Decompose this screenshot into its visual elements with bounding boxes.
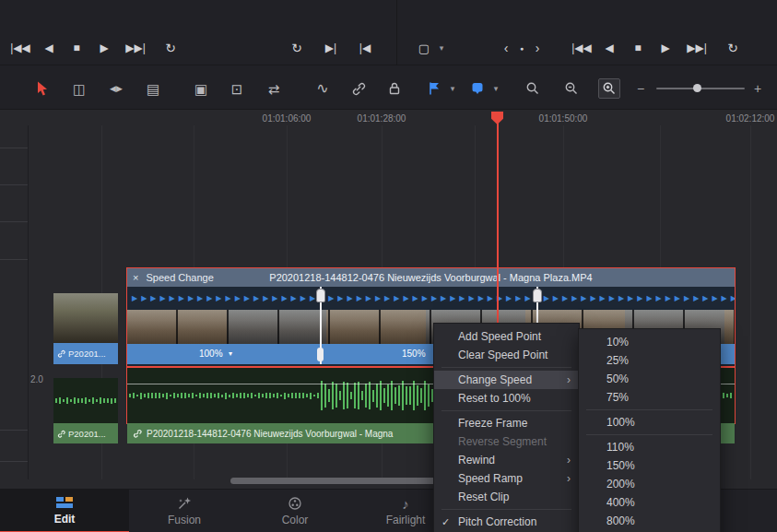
submenu-item-150[interactable]: 150% <box>579 456 720 475</box>
menu-item-label: Change Speed <box>458 373 532 386</box>
crop-dropdown-caret[interactable]: ▾ <box>440 44 444 53</box>
track-header-column[interactable] <box>0 125 29 479</box>
submenu-item-25[interactable]: 25% <box>579 351 720 370</box>
marker-button[interactable] <box>471 82 484 96</box>
stop-button[interactable]: ■ <box>73 42 79 53</box>
magnifier-icon <box>564 81 579 96</box>
marker-dropdown-caret[interactable]: ▾ <box>494 85 499 93</box>
trim-edit-mode-button[interactable]: ◫ <box>73 82 86 96</box>
tab-label: Color <box>282 514 309 526</box>
timeline-ruler[interactable]: 01:01:06:00 01:01:28:00 01:01:50:00 01:0… <box>0 109 777 126</box>
menu-item-pitch-correction[interactable]: ✓ Pitch Correction <box>434 513 579 531</box>
timeline-play-button[interactable]: ▶ <box>661 42 669 53</box>
menu-item-speed-ramp[interactable]: Speed Ramp › <box>434 469 579 488</box>
custom-zoom-button[interactable] <box>598 78 620 99</box>
menu-separator <box>441 509 571 510</box>
skip-to-end-button[interactable]: ▶▶| <box>125 42 146 53</box>
flag-dropdown-caret[interactable]: ▾ <box>451 85 455 93</box>
speed-segment-right-value[interactable]: 150% <box>402 344 426 364</box>
timeline-play-reverse-button[interactable]: ◀ <box>605 42 613 53</box>
menu-item-clear-speed-point[interactable]: Clear Speed Point <box>434 346 579 364</box>
speed-change-title-bar: P20201218-144812-0476 Nieuwezijds Voorbu… <box>127 268 735 287</box>
link-clips-button[interactable] <box>351 81 366 96</box>
detail-zoom-button[interactable] <box>564 81 579 96</box>
speed-segment-left-value[interactable]: 100% <box>199 344 223 364</box>
magnifier-icon <box>602 81 617 96</box>
timeline-skip-to-start-button[interactable]: |◀◀ <box>571 42 592 53</box>
edit-page-icon <box>56 497 73 508</box>
submenu-item-50[interactable]: 50% <box>579 370 720 388</box>
submenu-item-100[interactable]: 100% <box>579 413 720 432</box>
fusion-wand-icon <box>177 496 192 511</box>
menu-item-reset-to-100[interactable]: Reset to 100% <box>434 389 579 408</box>
timeline-skip-to-end-button[interactable]: ▶▶| <box>687 42 707 53</box>
speed-dropdown-caret[interactable]: ▾ <box>229 344 232 364</box>
flag-button[interactable] <box>428 82 441 96</box>
play-reverse-button[interactable]: ◀ <box>44 42 53 53</box>
davinci-resolve-edit-page: |◀◀ ◀ ■ ▶ ▶▶| ↻ ↻ ▶| |◀ ▢ ▾ ‹ ● › |◀◀ ◀ … <box>0 0 777 532</box>
tab-edit[interactable]: Edit <box>0 490 129 532</box>
submenu-item-200[interactable]: 200% <box>579 475 720 493</box>
selection-mode-button[interactable] <box>35 81 48 97</box>
video-clip-previous[interactable]: P20201... <box>53 293 118 364</box>
dynamic-trim-mode-button[interactable]: ◀▶ <box>110 85 123 93</box>
color-wheel-icon <box>288 496 302 511</box>
tab-color[interactable]: Color <box>240 490 350 532</box>
link-icon <box>57 349 65 358</box>
link-icon <box>133 429 142 438</box>
play-button[interactable]: ▶ <box>100 42 108 53</box>
swap-clip-button[interactable]: ⇄ <box>268 82 280 96</box>
audio-track-channel-label: 2.0 <box>30 374 43 384</box>
zoom-out-button[interactable]: − <box>637 82 644 95</box>
crop-tool-button[interactable]: ▢ <box>418 42 430 54</box>
insert-clip-button[interactable]: ▣ <box>194 82 207 96</box>
menu-item-rewind[interactable]: Rewind › <box>434 451 579 469</box>
timeline-loop-button[interactable]: ↻ <box>727 41 738 54</box>
audio-waveform <box>53 378 118 423</box>
timecode-label: 01:01:06:00 <box>263 113 312 124</box>
previous-marker-button[interactable]: ‹ <box>504 41 509 54</box>
audio-clip-name-bar: P20201... <box>53 423 118 443</box>
change-speed-submenu: 10% 25% 50% 75% 100% 110% 150% 200% 400%… <box>578 328 721 532</box>
submenu-item-400[interactable]: 400% <box>579 493 720 512</box>
menu-separator <box>586 409 712 410</box>
full-extent-zoom-button[interactable] <box>525 81 540 96</box>
retime-curve-button[interactable]: ∿ <box>316 81 328 96</box>
cursor-arrow-icon <box>35 81 48 97</box>
position-lock-button[interactable] <box>387 81 402 96</box>
speed-point-handle[interactable] <box>533 289 542 302</box>
video-clip-name-bar: P20201... <box>53 343 118 364</box>
zoom-in-button[interactable]: + <box>754 82 761 95</box>
submenu-item-800[interactable]: 800% <box>579 512 720 530</box>
go-to-in-button[interactable]: |◀ <box>359 42 371 53</box>
razor-edit-mode-button[interactable]: ▤ <box>147 82 159 96</box>
clip-name: P20201218-144812-0476 Nieuwezijds Voorbu… <box>147 429 393 439</box>
menu-item-reset-clip[interactable]: Reset Clip <box>434 488 579 506</box>
menu-item-add-speed-point[interactable]: Add Speed Point <box>434 327 579 346</box>
loop-range-button[interactable]: ↻ <box>291 41 302 54</box>
next-marker-button[interactable]: › <box>536 41 540 54</box>
menu-item-change-speed[interactable]: Change Speed › <box>434 371 579 389</box>
play-around-button[interactable]: ▶| <box>325 42 336 53</box>
timeline-stop-button[interactable]: ■ <box>634 42 641 53</box>
timecode-label: 01:01:28:00 <box>358 113 406 124</box>
menu-item-freeze-frame[interactable]: Freeze Frame <box>434 414 579 432</box>
speed-point-handle[interactable] <box>316 289 325 302</box>
submenu-item-10[interactable]: 10% <box>579 333 720 351</box>
video-thumbnail <box>53 293 118 343</box>
tab-fusion[interactable]: Fusion <box>129 490 240 532</box>
zoom-slider-handle[interactable] <box>693 84 701 92</box>
track-tick <box>0 259 28 260</box>
submenu-item-110[interactable]: 110% <box>579 438 720 456</box>
loop-button[interactable]: ↻ <box>165 41 176 54</box>
marker-icon <box>471 82 484 96</box>
retime-context-menu: Add Speed Point Clear Speed Point Change… <box>433 323 580 532</box>
submenu-item-75[interactable]: 75% <box>579 388 720 407</box>
speed-point-bottom-handle[interactable] <box>317 348 324 361</box>
skip-to-start-button[interactable]: |◀◀ <box>10 42 30 53</box>
audio-clip-previous[interactable]: P20201... <box>53 378 118 423</box>
marker-dot-icon: ● <box>520 45 524 52</box>
overwrite-clip-button[interactable]: ⊡ <box>231 82 243 96</box>
track-tick <box>0 148 28 148</box>
submenu-arrow-icon: › <box>567 371 571 389</box>
